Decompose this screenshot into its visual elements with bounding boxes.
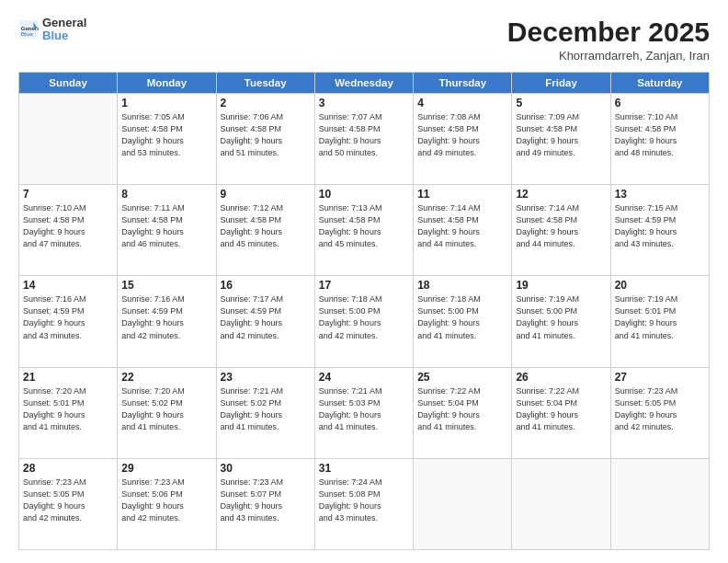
day-info: Sunrise: 7:20 AM Sunset: 5:01 PM Dayligh… [23, 385, 113, 433]
day-number: 10 [319, 188, 409, 201]
calendar-week-row: 28Sunrise: 7:23 AM Sunset: 5:05 PM Dayli… [19, 458, 710, 549]
day-info: Sunrise: 7:19 AM Sunset: 5:00 PM Dayligh… [516, 293, 606, 341]
day-info: Sunrise: 7:14 AM Sunset: 4:58 PM Dayligh… [417, 202, 507, 250]
calendar-week-row: 1Sunrise: 7:05 AM Sunset: 4:58 PM Daylig… [19, 94, 710, 185]
calendar-cell: 7Sunrise: 7:10 AM Sunset: 4:58 PM Daylig… [19, 185, 118, 276]
day-info: Sunrise: 7:13 AM Sunset: 4:58 PM Dayligh… [319, 202, 409, 250]
day-info: Sunrise: 7:18 AM Sunset: 5:00 PM Dayligh… [319, 293, 409, 341]
day-info: Sunrise: 7:23 AM Sunset: 5:05 PM Dayligh… [615, 385, 705, 433]
calendar-cell: 29Sunrise: 7:23 AM Sunset: 5:06 PM Dayli… [118, 458, 216, 549]
day-info: Sunrise: 7:17 AM Sunset: 4:59 PM Dayligh… [221, 293, 311, 341]
day-header-sunday: Sunday [19, 73, 118, 94]
calendar-cell: 20Sunrise: 7:19 AM Sunset: 5:01 PM Dayli… [610, 276, 709, 367]
day-info: Sunrise: 7:23 AM Sunset: 5:05 PM Dayligh… [23, 477, 113, 524]
calendar-header-row: SundayMondayTuesdayWednesdayThursdayFrid… [19, 73, 710, 94]
day-info: Sunrise: 7:21 AM Sunset: 5:03 PM Dayligh… [319, 385, 409, 433]
calendar-cell: 3Sunrise: 7:07 AM Sunset: 4:58 PM Daylig… [314, 94, 413, 185]
day-number: 22 [121, 371, 211, 384]
day-info: Sunrise: 7:07 AM Sunset: 4:58 PM Dayligh… [319, 111, 409, 159]
day-number: 6 [615, 97, 705, 109]
day-info: Sunrise: 7:18 AM Sunset: 5:00 PM Dayligh… [417, 293, 507, 341]
calendar-cell [414, 458, 512, 549]
calendar-cell: 23Sunrise: 7:21 AM Sunset: 5:02 PM Dayli… [216, 367, 314, 458]
calendar-cell: 16Sunrise: 7:17 AM Sunset: 4:59 PM Dayli… [216, 276, 314, 367]
calendar-cell: 26Sunrise: 7:22 AM Sunset: 5:04 PM Dayli… [512, 367, 610, 458]
day-info: Sunrise: 7:05 AM Sunset: 4:58 PM Dayligh… [121, 111, 211, 159]
day-header-friday: Friday [512, 73, 610, 94]
calendar-cell: 28Sunrise: 7:23 AM Sunset: 5:05 PM Dayli… [19, 458, 118, 549]
calendar-week-row: 21Sunrise: 7:20 AM Sunset: 5:01 PM Dayli… [19, 367, 710, 458]
day-info: Sunrise: 7:21 AM Sunset: 5:02 PM Dayligh… [221, 385, 311, 433]
day-number: 1 [121, 97, 211, 109]
day-number: 12 [516, 188, 606, 201]
day-header-thursday: Thursday [414, 73, 512, 94]
logo-general: General [42, 17, 86, 29]
day-header-monday: Monday [118, 73, 216, 94]
location-subtitle: Khorramdarreh, Zanjan, Iran [507, 49, 710, 63]
calendar-cell: 17Sunrise: 7:18 AM Sunset: 5:00 PM Dayli… [314, 276, 413, 367]
calendar-cell: 5Sunrise: 7:09 AM Sunset: 4:58 PM Daylig… [512, 94, 610, 185]
calendar-week-row: 14Sunrise: 7:16 AM Sunset: 4:59 PM Dayli… [19, 276, 710, 367]
day-info: Sunrise: 7:10 AM Sunset: 4:58 PM Dayligh… [23, 202, 113, 250]
calendar-cell: 2Sunrise: 7:06 AM Sunset: 4:58 PM Daylig… [216, 94, 314, 185]
day-number: 25 [417, 371, 507, 384]
calendar-week-row: 7Sunrise: 7:10 AM Sunset: 4:58 PM Daylig… [19, 185, 710, 276]
calendar-cell: 13Sunrise: 7:15 AM Sunset: 4:59 PM Dayli… [610, 185, 709, 276]
day-number: 21 [23, 371, 113, 384]
calendar-cell: 11Sunrise: 7:14 AM Sunset: 4:58 PM Dayli… [414, 185, 512, 276]
calendar-cell: 12Sunrise: 7:14 AM Sunset: 4:58 PM Dayli… [512, 185, 610, 276]
day-number: 20 [615, 279, 705, 292]
day-info: Sunrise: 7:23 AM Sunset: 5:07 PM Dayligh… [221, 477, 311, 524]
day-header-wednesday: Wednesday [314, 73, 413, 94]
day-info: Sunrise: 7:11 AM Sunset: 4:58 PM Dayligh… [121, 202, 211, 250]
calendar-table: SundayMondayTuesdayWednesdayThursdayFrid… [18, 72, 710, 550]
day-number: 14 [23, 279, 113, 292]
day-info: Sunrise: 7:08 AM Sunset: 4:58 PM Dayligh… [417, 111, 507, 159]
day-info: Sunrise: 7:24 AM Sunset: 5:08 PM Dayligh… [319, 477, 409, 524]
day-info: Sunrise: 7:16 AM Sunset: 4:59 PM Dayligh… [121, 293, 211, 341]
day-info: Sunrise: 7:14 AM Sunset: 4:58 PM Dayligh… [516, 202, 606, 250]
day-info: Sunrise: 7:19 AM Sunset: 5:01 PM Dayligh… [615, 293, 705, 341]
title-area: December 2025 Khorramdarreh, Zanjan, Ira… [507, 17, 710, 63]
day-info: Sunrise: 7:20 AM Sunset: 5:02 PM Dayligh… [121, 385, 211, 433]
day-info: Sunrise: 7:23 AM Sunset: 5:06 PM Dayligh… [121, 477, 211, 524]
calendar-cell: 15Sunrise: 7:16 AM Sunset: 4:59 PM Dayli… [118, 276, 216, 367]
logo-icon: General Blue [18, 19, 39, 40]
svg-text:Blue: Blue [21, 31, 34, 37]
day-number: 8 [121, 188, 211, 201]
logo-blue: Blue [42, 29, 86, 42]
day-info: Sunrise: 7:09 AM Sunset: 4:58 PM Dayligh… [516, 111, 606, 159]
month-title: December 2025 [507, 17, 710, 47]
day-number: 31 [319, 462, 409, 475]
calendar-cell [19, 94, 118, 185]
day-number: 26 [516, 371, 606, 384]
logo: General Blue General Blue [18, 17, 86, 43]
day-number: 11 [417, 188, 507, 201]
day-info: Sunrise: 7:16 AM Sunset: 4:59 PM Dayligh… [23, 293, 113, 341]
day-number: 3 [319, 97, 409, 109]
day-number: 30 [221, 462, 311, 475]
calendar-cell: 8Sunrise: 7:11 AM Sunset: 4:58 PM Daylig… [118, 185, 216, 276]
day-number: 9 [221, 188, 311, 201]
day-number: 2 [221, 97, 311, 109]
day-number: 18 [417, 279, 507, 292]
calendar-cell: 1Sunrise: 7:05 AM Sunset: 4:58 PM Daylig… [118, 94, 216, 185]
calendar-cell: 24Sunrise: 7:21 AM Sunset: 5:03 PM Dayli… [314, 367, 413, 458]
calendar-cell [512, 458, 610, 549]
day-number: 15 [121, 279, 211, 292]
calendar-cell: 25Sunrise: 7:22 AM Sunset: 5:04 PM Dayli… [414, 367, 512, 458]
day-number: 13 [615, 188, 705, 201]
day-number: 5 [516, 97, 606, 109]
day-number: 7 [23, 188, 113, 201]
calendar-cell [610, 458, 709, 549]
day-info: Sunrise: 7:15 AM Sunset: 4:59 PM Dayligh… [615, 202, 705, 250]
day-number: 28 [23, 462, 113, 475]
day-number: 27 [615, 371, 705, 384]
calendar-cell: 14Sunrise: 7:16 AM Sunset: 4:59 PM Dayli… [19, 276, 118, 367]
day-header-tuesday: Tuesday [216, 73, 314, 94]
page: General Blue General Blue December 2025 … [0, 0, 728, 563]
calendar-cell: 10Sunrise: 7:13 AM Sunset: 4:58 PM Dayli… [314, 185, 413, 276]
day-number: 17 [319, 279, 409, 292]
day-number: 19 [516, 279, 606, 292]
day-info: Sunrise: 7:22 AM Sunset: 5:04 PM Dayligh… [417, 385, 507, 433]
